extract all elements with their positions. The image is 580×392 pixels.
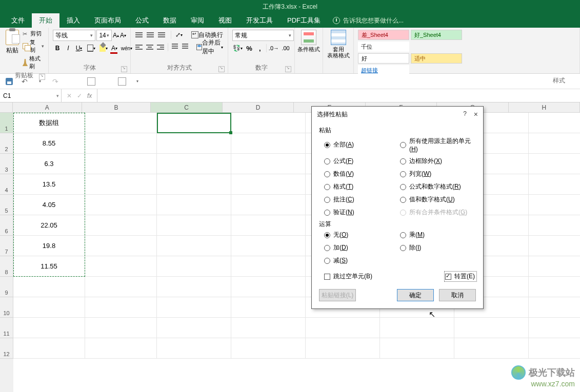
style-link[interactable]: 超链接: [358, 65, 409, 75]
cell-D5[interactable]: [231, 195, 306, 215]
cell-H4[interactable]: [529, 174, 580, 195]
grow-font-button[interactable]: A▴: [113, 31, 119, 40]
paste-radio-4-1[interactable]: 值和数字格式(U): [400, 195, 476, 204]
format-painter-button[interactable]: 格式刷: [23, 55, 44, 70]
number-launcher[interactable]: [285, 66, 291, 72]
style-good[interactable]: 好_Sheet4: [411, 30, 462, 40]
font-color-button[interactable]: A▾: [110, 43, 119, 53]
tab-view[interactable]: 视图: [211, 13, 239, 28]
cell-B8[interactable]: [85, 256, 157, 277]
cell-B9[interactable]: [85, 277, 157, 297]
percent-button[interactable]: %: [245, 43, 254, 53]
accept-formula-button[interactable]: ✓: [77, 92, 82, 99]
paste-radio-3-0[interactable]: 格式(T): [324, 182, 400, 191]
paste-radio-5-0[interactable]: 验证(N): [324, 208, 400, 217]
row-header-12[interactable]: 12: [0, 338, 13, 359]
tab-developer[interactable]: 开发工具: [239, 13, 280, 28]
op-radio-2-0[interactable]: 减(S): [324, 256, 400, 265]
tab-formulas[interactable]: 公式: [128, 13, 156, 28]
cell-D6[interactable]: [231, 215, 306, 236]
cell-B4[interactable]: [85, 174, 157, 195]
inc-decimal-button[interactable]: .0→: [268, 43, 279, 53]
tell-me[interactable]: 告诉我您想要做什么...: [333, 13, 404, 28]
alignment-launcher[interactable]: [218, 66, 225, 72]
cell-B1[interactable]: [85, 113, 157, 133]
align-top-button[interactable]: [135, 30, 145, 40]
cell-B3[interactable]: [85, 154, 157, 174]
col-header-B[interactable]: B: [82, 102, 151, 112]
align-bottom-button[interactable]: [157, 30, 168, 40]
cell-H6[interactable]: [529, 215, 580, 236]
tab-layout[interactable]: 页面布局: [87, 13, 128, 28]
col-header-A[interactable]: A: [13, 102, 82, 112]
redo-button[interactable]: [50, 76, 61, 87]
op-radio-0-0[interactable]: 无(O): [324, 231, 400, 239]
cell-C12[interactable]: [157, 338, 231, 359]
row-header-2[interactable]: 2: [0, 133, 13, 154]
bold-button[interactable]: B: [53, 43, 62, 53]
paste-radio-2-1[interactable]: 列宽(W): [400, 170, 476, 178]
cells-area[interactable]: 数据组8.556.313.54.0522.0519.811.55: [13, 113, 580, 392]
cell-H10[interactable]: [529, 297, 580, 318]
cancel-formula-button[interactable]: ✕: [67, 92, 72, 99]
qat-dropdown[interactable]: ▾: [132, 76, 143, 87]
col-header-C[interactable]: C: [151, 102, 222, 112]
cell-C7[interactable]: [157, 236, 231, 256]
cell-D9[interactable]: [231, 277, 306, 297]
tab-file[interactable]: 文件: [4, 13, 32, 28]
cell-C10[interactable]: [157, 297, 231, 318]
border-button[interactable]: ▾: [87, 43, 96, 53]
dialog-help-button[interactable]: ?: [463, 110, 467, 118]
cell-B6[interactable]: [85, 215, 157, 236]
shrink-font-button[interactable]: A▾: [120, 31, 126, 40]
qat-button-2[interactable]: [117, 76, 127, 87]
style-ok[interactable]: 好: [358, 53, 409, 64]
cell-F12[interactable]: [380, 338, 454, 359]
tab-home[interactable]: 开始: [32, 13, 59, 28]
skip-blanks-checkbox[interactable]: 跳过空单元(B): [324, 272, 372, 281]
orientation-button[interactable]: ⤢▾: [174, 30, 184, 40]
row-header-11[interactable]: 11: [0, 318, 13, 338]
insert-function-button[interactable]: fx: [87, 92, 92, 99]
paste-button[interactable]: 粘贴: [4, 30, 21, 70]
paste-radio-1-1[interactable]: 边框除外(X): [400, 157, 476, 166]
font-size-combo[interactable]: 14▾: [96, 30, 112, 41]
paste-radio-3-1[interactable]: 公式和数字格式(R): [400, 182, 476, 191]
cell-C5[interactable]: [157, 195, 231, 215]
formula-input[interactable]: [97, 89, 580, 102]
cell-H3[interactable]: [529, 154, 580, 174]
cell-D3[interactable]: [231, 154, 306, 174]
row-header-7[interactable]: 7: [0, 236, 13, 256]
cell-D2[interactable]: [231, 133, 306, 154]
cell-H7[interactable]: [529, 236, 580, 256]
cancel-button[interactable]: 取消: [439, 289, 476, 301]
select-all-corner[interactable]: [0, 102, 13, 112]
cut-button[interactable]: 剪切: [23, 30, 44, 37]
col-header-D[interactable]: D: [223, 102, 294, 112]
cell-H11[interactable]: [529, 318, 580, 338]
paste-radio-0-1[interactable]: 所有使用源主题的单元(H): [400, 137, 476, 153]
cell-H8[interactable]: [529, 256, 580, 277]
row-header-9[interactable]: 9: [0, 277, 13, 297]
style-thousand[interactable]: 千位: [358, 42, 409, 52]
tab-insert[interactable]: 插入: [59, 13, 87, 28]
cell-D11[interactable]: [231, 318, 306, 338]
font-name-combo[interactable]: 等线▾: [53, 30, 95, 41]
fill-color-button[interactable]: ▾: [99, 43, 108, 53]
dialog-close-button[interactable]: ×: [474, 110, 478, 118]
row-header-4[interactable]: 4: [0, 174, 13, 195]
copy-button[interactable]: 复制▾: [23, 38, 44, 54]
cell-B11[interactable]: [85, 318, 157, 338]
align-right-button[interactable]: [155, 42, 165, 52]
style-bad[interactable]: 差_Sheet4: [358, 30, 409, 40]
comma-button[interactable]: ,: [255, 43, 265, 53]
cell-D7[interactable]: [231, 236, 306, 256]
cell-H1[interactable]: [529, 113, 580, 133]
number-format-combo[interactable]: 常规▾: [232, 30, 294, 41]
pinyin-button[interactable]: wén▾: [122, 43, 131, 53]
transpose-checkbox[interactable]: 转置(E): [445, 272, 476, 281]
op-radio-1-0[interactable]: 加(D): [324, 243, 400, 252]
cell-H5[interactable]: [529, 195, 580, 215]
paste-radio-1-0[interactable]: 公式(F): [324, 157, 400, 166]
cell-D12[interactable]: [231, 338, 306, 359]
